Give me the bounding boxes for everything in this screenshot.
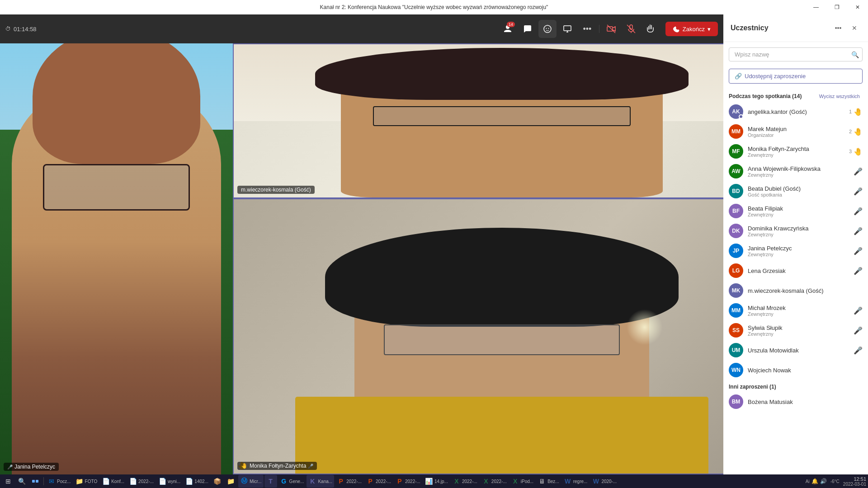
app-foto[interactable]: 📁 FOTO [74, 475, 99, 488]
app-1402-label: 1402... [194, 479, 208, 484]
participants-header-icons: ••• ✕ [832, 22, 861, 34]
mute-all-button[interactable]: Wycisz wszystkich [816, 93, 863, 100]
minimize-button[interactable]: — [806, 0, 826, 14]
num-angelika: 1 [849, 109, 852, 114]
participant-beata-f[interactable]: BF Beata Filipiak Zewnętrzny 🎤 [723, 201, 868, 221]
participant-marek[interactable]: MM Marek Matejun Organizator 2 🤚 [723, 122, 868, 141]
weather-temp: -6°C [830, 479, 840, 484]
participants-list: Podczas tego spotkania (14) Wycisz wszys… [723, 89, 868, 474]
icons-angelika: 1 🤚 [849, 108, 863, 116]
close-button[interactable]: ✕ [847, 0, 868, 14]
bez-icon: 🖥 [538, 477, 546, 485]
search-submit-button[interactable]: 🔍 [851, 51, 859, 58]
avatar-p-beata-f: BF [729, 204, 743, 218]
app-jp[interactable]: 📊 14.jp... [423, 475, 450, 488]
chat-button[interactable] [519, 20, 537, 38]
participant-mwieczorek[interactable]: MK m.wieczorek-kosmala (Gość) [723, 281, 868, 300]
person-br-glasses [384, 324, 620, 355]
participant-urszula[interactable]: UM Urszula Motowidlak 🎤 [723, 340, 868, 360]
participant-angelika[interactable]: AK angelika.kantor (Gość) 1 🤚 [723, 102, 868, 122]
role-p-dominika-k: Zewnętrzny [748, 232, 849, 237]
taskview-button[interactable] [29, 475, 42, 488]
app-ppt2[interactable]: P 2022-... [364, 475, 393, 488]
more-options-button[interactable]: ••• [578, 20, 596, 38]
taskbar-right: Ai 🔔 🔊 -6°C 12:51 2022-03-01 [806, 476, 866, 487]
folder-icon: 📁 [227, 477, 235, 485]
icons-lena: 🎤 [854, 267, 863, 275]
more-dots-icon: ••• [583, 24, 591, 34]
participant-anna[interactable]: AW Anna Wojewnik-Filipkowska Zewnętrzny … [723, 161, 868, 181]
raise-hand-toolbar-button[interactable] [642, 20, 660, 38]
app-ppt1[interactable]: P 2022-... [335, 475, 363, 488]
app-gene[interactable]: G Gene... [278, 475, 306, 488]
app-word2[interactable]: W 2020-... [590, 475, 618, 488]
participants-more-button[interactable]: ••• [832, 22, 844, 34]
app-teams[interactable]: T [264, 475, 277, 488]
app-kana[interactable]: K Kana... [307, 475, 334, 488]
participant-lena[interactable]: LG Lena Grzesiak 🎤 [723, 261, 868, 281]
people-button[interactable]: 14 [499, 20, 517, 38]
reactions-button[interactable] [538, 20, 557, 38]
participant-michal-m[interactable]: MM Michał Mrozek Zewnętrzny 🎤 [723, 300, 868, 320]
search-input[interactable] [729, 47, 863, 61]
video-panel-top-right[interactable]: m.wieczorek-kosmala (Gość) [233, 43, 771, 198]
video-panel-bottom-right[interactable]: 🤚 🤚 Monika Fołtyn-Zarychta 🎤 [233, 198, 771, 474]
participant-janina[interactable]: JP Janina Petelczyc Zewnętrzny 🎤 [723, 241, 868, 261]
app-xl1[interactable]: X 2022-... [451, 475, 479, 488]
participant-monika[interactable]: MF Monika Fołtyn-Zarychta Zewnętrzny 3 🤚 [723, 141, 868, 161]
wyni-icon: 📄 [158, 477, 166, 485]
maximize-button[interactable]: ❐ [826, 0, 847, 14]
info-anna: Anna Wojewnik-Filipkowska Zewnętrzny [748, 165, 849, 178]
avatar-p-angelika: AK [729, 104, 743, 119]
search-taskbar-button[interactable]: 🔍 [15, 475, 28, 488]
person-left-container [0, 43, 233, 474]
app-ppt3[interactable]: P 2022-... [394, 475, 422, 488]
app-email[interactable]: ✉ Pocz... [46, 475, 73, 488]
role-p-beata-d: Gość spotkania [748, 192, 849, 197]
invite-button[interactable]: 🔗 Udostępnij zaproszenie [729, 69, 863, 84]
participant-dominika-k[interactable]: DK Dominika Krawczyńska Zewnętrzny 🎤 [723, 221, 868, 241]
app-2022a[interactable]: 📄 2022-... [127, 475, 156, 488]
participant-bozena[interactable]: BM Bożena Matusiak [723, 392, 868, 412]
app-1402-icon: 📄 [185, 477, 193, 485]
participant-beata-d[interactable]: BD Beata Dubiel (Gość) Gość spotkania 🎤 [723, 181, 868, 201]
yellow-jacket [295, 397, 708, 474]
title-bar: Kanał nr 2: Konferencja Naukowa "Uczelni… [0, 0, 868, 14]
mic-toggle-button[interactable] [622, 20, 640, 38]
camera-toggle-button[interactable] [602, 20, 620, 38]
app-1402[interactable]: 📄 1402... [183, 475, 210, 488]
name-tag-top-right: m.wieczorek-kosmala (Gość) [237, 186, 315, 194]
end-call-button[interactable]: Zakończ ▾ [665, 22, 718, 36]
app-folder[interactable]: 📁 [225, 475, 237, 488]
icons-monika: 3 🤚 [849, 147, 863, 156]
app-2022a-label: 2022-... [138, 479, 154, 484]
participant-wojciech[interactable]: WN Wojciech Nowak [723, 360, 868, 380]
jp-icon: 📊 [425, 477, 433, 485]
doc-2022a-icon: 📄 [129, 477, 137, 485]
app-box[interactable]: 📦 [211, 475, 224, 488]
taskbar-clock[interactable]: 12:51 2022-03-01 [843, 476, 866, 487]
video-panel-left[interactable]: 🎤 Janina Petelczyc [0, 43, 233, 474]
app-xl2[interactable]: X 2022-... [480, 475, 509, 488]
icons-janina: 🎤 [854, 247, 863, 255]
icons-michal-m: 🎤 [854, 306, 863, 315]
app-xl3[interactable]: X iPod... [509, 475, 535, 488]
email-icon: ✉ [47, 477, 56, 485]
role-p-monika: Zewnętrzny [748, 152, 844, 158]
xl2-icon: X [482, 477, 490, 485]
screen-share-button[interactable] [558, 20, 576, 38]
app-konf-label: Konf... [111, 479, 124, 484]
notification-icon[interactable]: 🔔 [811, 478, 818, 484]
name-bottom-right: Monika Fołtyn-Zarychta [250, 463, 306, 469]
participant-sylwia[interactable]: SS Sylwia Słupik Zewnętrzny 🎤 [723, 320, 868, 340]
volume-icon[interactable]: 🔊 [820, 478, 827, 484]
app-word1[interactable]: W regre... [562, 475, 590, 488]
app-bez[interactable]: 🖥 Bez... [536, 475, 561, 488]
app-microsoft[interactable]: Ⓜ Micr... [238, 475, 264, 488]
call-timer: ⏱ 01:14:58 [5, 26, 37, 33]
ai-label: Ai [806, 479, 810, 484]
start-button[interactable]: ⊞ [2, 475, 14, 488]
app-wyni[interactable]: 📄 wyni... [156, 475, 182, 488]
participants-close-button[interactable]: ✕ [848, 22, 861, 34]
app-konf[interactable]: 📄 Konf... [100, 475, 126, 488]
